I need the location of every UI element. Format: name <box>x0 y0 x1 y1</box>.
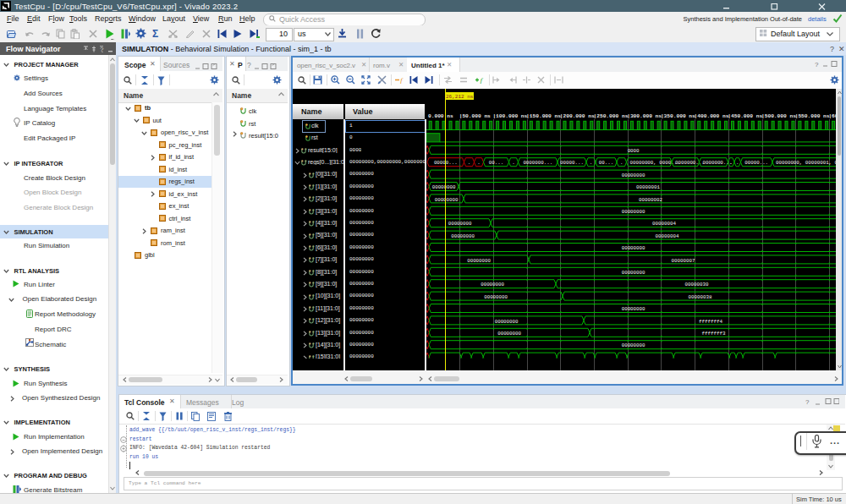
svg-text:.: . <box>590 160 592 166</box>
svg-text:|200.000 ns: |200.000 ns <box>560 113 595 119</box>
svg-text:00000004: 00000004 <box>652 221 676 227</box>
svg-text:00000...: 00000... <box>744 160 768 166</box>
svg-text:.: . <box>620 160 623 166</box>
svg-text:00000000: 00000000 <box>484 294 508 300</box>
svg-text:00000000: 00000000 <box>495 319 519 325</box>
svg-text:|550.000 ns: |550.000 ns <box>795 113 830 119</box>
svg-text:00000000: 00000000 <box>435 197 459 203</box>
svg-text:?: ? <box>100 46 104 52</box>
svg-text:00000001: 00000001 <box>636 184 660 190</box>
svg-text:00000038: 00000038 <box>689 294 712 300</box>
svg-text:f: f <box>400 76 404 84</box>
svg-text:00000000: 00000000 <box>451 233 475 239</box>
svg-text:00000000: 00000000 <box>622 306 645 312</box>
svg-text:.: . <box>729 160 732 166</box>
svg-text:|450.000 ns: |450.000 ns <box>728 113 762 119</box>
svg-text:0.000 ns: 0.000 ns <box>428 113 453 119</box>
svg-text:00000000: 00000000 <box>467 258 491 264</box>
svg-text:|250.000 ns: |250.000 ns <box>594 113 629 119</box>
svg-text:|400.000 ns: |400.000 ns <box>695 113 729 119</box>
svg-text:00000000: 00000000 <box>481 282 504 288</box>
svg-text:00000007: 00000007 <box>672 258 695 264</box>
svg-text:00000000: 00000000 <box>497 331 521 337</box>
svg-text:00000004: 00000004 <box>656 233 679 239</box>
svg-text:00...: 00... <box>489 160 503 166</box>
svg-text:fffffff3: fffffff3 <box>702 331 726 337</box>
svg-text:.: . <box>512 160 514 166</box>
svg-text:|150.000 ns: |150.000 ns <box>526 113 561 119</box>
svg-text:00000000, 00000001, 000000...: 00000000, 00000001, 000000... <box>776 160 838 166</box>
svg-text:|100.000 ns: |100.000 ns <box>492 113 527 119</box>
svg-text:0000000...: 0000000... <box>703 160 733 166</box>
svg-text:0000: 0000 <box>628 148 640 154</box>
svg-text:00000000: 00000000 <box>622 270 645 276</box>
svg-text:f: f <box>481 76 484 84</box>
svg-text:.: . <box>477 160 480 166</box>
svg-text:|300.000 ns: |300.000 ns <box>627 113 662 119</box>
svg-text:00000002: 00000002 <box>639 197 662 203</box>
svg-text:00000000: 00000000 <box>622 173 645 178</box>
svg-text:0000000...: 0000000... <box>523 160 552 166</box>
svg-text:00000000: 00000000 <box>622 342 645 348</box>
svg-text:.: . <box>468 160 470 166</box>
svg-text:|500.000 ns: |500.000 ns <box>761 113 796 119</box>
svg-text:?: ? <box>815 61 819 67</box>
svg-text:fffffff4: fffffff4 <box>699 319 722 325</box>
svg-text:?: ? <box>805 398 810 405</box>
svg-text:00000...: 00000... <box>560 160 584 166</box>
svg-text:00000000: 00000000 <box>432 184 456 190</box>
svg-text:|350.000 ns: |350.000 ns <box>661 113 695 119</box>
svg-text:.: . <box>736 160 739 166</box>
svg-text:26,212 ns: 26,212 ns <box>446 94 474 100</box>
svg-text:00000000: 00000000 <box>622 245 645 251</box>
svg-text:00000030: 00000030 <box>685 282 709 288</box>
svg-text:00000000: 00000000 <box>622 209 645 215</box>
svg-text:00...: 00... <box>599 160 613 166</box>
svg-text:|50.000 ns: |50.000 ns <box>459 113 491 119</box>
